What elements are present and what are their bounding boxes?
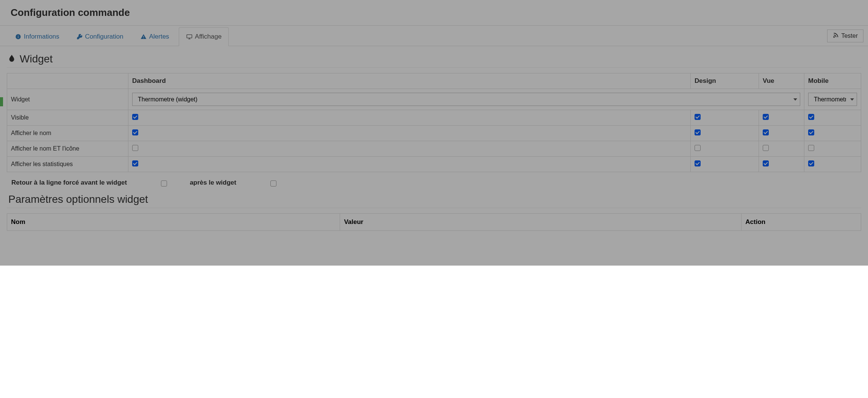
- side-sliver: [0, 97, 3, 106]
- tab-label: Affichage: [195, 33, 222, 40]
- col-mobile: Mobile: [804, 73, 861, 89]
- tab-alertes[interactable]: Alertes: [133, 27, 176, 46]
- force-before-checkbox[interactable]: [161, 180, 167, 187]
- svg-rect-5: [187, 35, 192, 38]
- params-table: Nom Valeur Action: [7, 213, 861, 231]
- tab-affichage[interactable]: Affichage: [179, 27, 229, 46]
- visible-mobile-checkbox[interactable]: [808, 114, 814, 120]
- svg-rect-2: [18, 35, 18, 36]
- tab-label: Configuration: [85, 33, 123, 40]
- tab-label: Alertes: [149, 33, 169, 40]
- widget-title-text: Widget: [20, 53, 53, 65]
- svg-rect-4: [143, 38, 144, 38]
- force-after-checkbox[interactable]: [270, 180, 276, 187]
- svg-point-8: [834, 37, 835, 37]
- svg-rect-1: [18, 36, 18, 38]
- widget-table: Dashboard Design Vue Mobile Widget Therm…: [7, 73, 861, 172]
- tester-label: Tester: [841, 33, 858, 39]
- visible-design-checkbox[interactable]: [695, 114, 701, 120]
- shownameicon-design-checkbox[interactable]: [695, 145, 701, 151]
- monitor-icon: [186, 33, 193, 40]
- shownameicon-mobile-checkbox[interactable]: [808, 145, 814, 151]
- showstats-design-checkbox[interactable]: [695, 160, 701, 166]
- tab-bar: Informations Configuration Alertes Affic…: [0, 27, 868, 46]
- col-design: Design: [691, 73, 759, 89]
- row-label: Afficher le nom: [7, 126, 128, 141]
- rss-icon: [833, 32, 839, 40]
- shownameicon-vue-checkbox[interactable]: [763, 145, 769, 151]
- params-section-title: Paramètres optionnels widget: [7, 188, 861, 208]
- table-row-show-name: Afficher le nom: [7, 126, 861, 141]
- content-area: Widget Dashboard Design Vue Mobile Widge…: [0, 46, 868, 231]
- col-valeur: Valeur: [340, 214, 742, 231]
- mobile-widget-select[interactable]: ThermometreMini (widget): [808, 93, 857, 106]
- col-action: Action: [742, 214, 861, 231]
- tab-configuration[interactable]: Configuration: [69, 27, 131, 46]
- row-label: Widget: [7, 89, 128, 110]
- showname-vue-checkbox[interactable]: [763, 129, 769, 135]
- table-row-show-name-icon: Afficher le nom ET l'icône: [7, 141, 861, 157]
- svg-rect-3: [143, 36, 144, 37]
- warning-icon: [140, 33, 147, 40]
- widget-section-title: Widget: [7, 50, 861, 68]
- showname-dashboard-checkbox[interactable]: [132, 129, 138, 135]
- droplet-icon: [8, 53, 16, 65]
- row-label: Afficher le nom ET l'icône: [7, 141, 128, 157]
- force-linebreak-row: Retour à la ligne forcé avant le widget …: [7, 172, 861, 188]
- visible-dashboard-checkbox[interactable]: [132, 114, 138, 120]
- table-row-visible: Visible: [7, 110, 861, 126]
- row-label: Afficher les statistiques: [7, 157, 128, 172]
- mobile-widget-select-wrap: ThermometreMini (widget): [808, 93, 857, 106]
- showname-mobile-checkbox[interactable]: [808, 129, 814, 135]
- showstats-vue-checkbox[interactable]: [763, 160, 769, 166]
- tester-button[interactable]: Tester: [827, 30, 863, 42]
- shownameicon-dashboard-checkbox[interactable]: [132, 145, 138, 151]
- tab-informations[interactable]: Informations: [8, 27, 67, 46]
- force-before-label: Retour à la ligne forcé avant le widget: [11, 179, 127, 187]
- force-after-label: après le widget: [190, 179, 236, 187]
- visible-vue-checkbox[interactable]: [763, 114, 769, 120]
- dashboard-widget-select[interactable]: Thermometre (widget): [132, 93, 800, 106]
- info-icon: [15, 33, 22, 40]
- wrench-icon: [76, 33, 83, 40]
- page-title: Configuration commande: [11, 7, 857, 19]
- showname-design-checkbox[interactable]: [695, 129, 701, 135]
- col-dashboard: Dashboard: [128, 73, 691, 89]
- table-row-show-stats: Afficher les statistiques: [7, 157, 861, 172]
- showstats-dashboard-checkbox[interactable]: [132, 160, 138, 166]
- col-vue: Vue: [759, 73, 804, 89]
- showstats-mobile-checkbox[interactable]: [808, 160, 814, 166]
- col-nom: Nom: [7, 214, 340, 231]
- tab-label: Informations: [24, 33, 59, 40]
- col-blank: [7, 73, 128, 89]
- table-row-widget: Widget Thermometre (widget) ThermometreM…: [7, 89, 861, 110]
- row-label: Visible: [7, 110, 128, 126]
- page-root: Configuration commande Informations Conf…: [0, 0, 868, 266]
- dashboard-widget-select-wrap: Thermometre (widget): [132, 93, 800, 106]
- page-header: Configuration commande: [0, 0, 868, 26]
